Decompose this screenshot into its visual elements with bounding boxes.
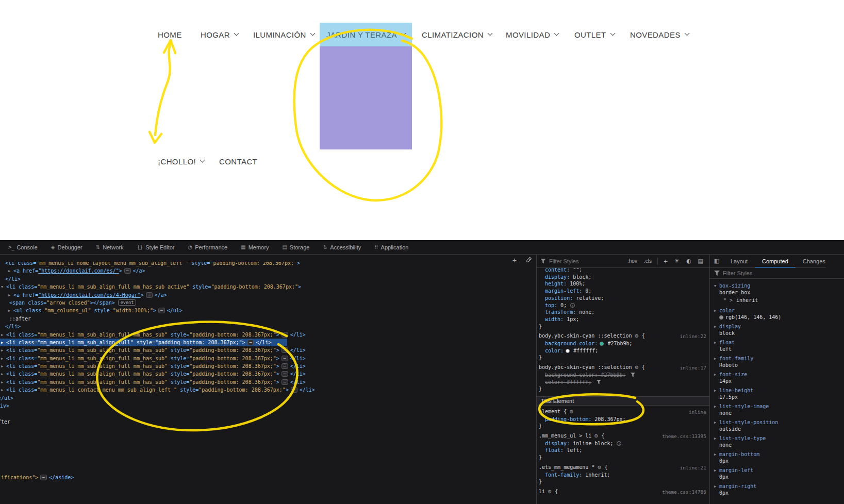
markup-line[interactable]: </li> bbox=[0, 323, 536, 330]
color-swatch[interactable] bbox=[719, 315, 723, 320]
sidebar-toggle-icon[interactable]: ◧ bbox=[710, 258, 723, 264]
css-rule-line[interactable]: display: block; bbox=[537, 274, 709, 281]
css-rule-line[interactable]: float: left; bbox=[537, 447, 709, 454]
twisty-icon[interactable] bbox=[1, 347, 6, 355]
sidebar-tab[interactable]: Computed bbox=[755, 255, 796, 268]
markup-line[interactable]: <li class="mm_menus_li mm_sub_align_full… bbox=[0, 283, 536, 291]
computed-property[interactable]: list-style-imagenone bbox=[714, 403, 844, 416]
css-rule-line[interactable]: height: 100%; bbox=[537, 280, 709, 288]
computed-property[interactable]: margin-right0px bbox=[714, 483, 844, 496]
markup-line[interactable]: <a href="https://donclaif.com/es/4-Hogar… bbox=[0, 291, 536, 299]
console-icon[interactable]: >_Console bbox=[1, 240, 44, 254]
computed-property[interactable]: box-sizingborder-box* >inherit bbox=[714, 282, 844, 305]
twisty-icon[interactable] bbox=[714, 372, 719, 378]
rule-source-link[interactable]: theme.css:14786 bbox=[662, 489, 706, 496]
markup-line[interactable]: <a href="https://donclaif.com/es/">⋯</a> bbox=[0, 267, 536, 275]
twisty-icon[interactable] bbox=[714, 356, 719, 362]
markup-line[interactable]: <li class="mm_menus_li mm_sub_align_full… bbox=[0, 370, 536, 378]
css-rule-line[interactable]: color: #ffffff; bbox=[537, 379, 709, 386]
css-rule-line[interactable]: element {inline bbox=[537, 408, 709, 416]
css-rule-line[interactable]: background-color: #27bb9b; bbox=[537, 372, 709, 379]
twisty-icon[interactable] bbox=[714, 419, 719, 426]
markup-line[interactable]: </li> bbox=[0, 275, 536, 283]
twisty-icon[interactable] bbox=[1, 371, 6, 378]
markup-line[interactable]: <li class="mm_menus_li mm_sub_align_full… bbox=[0, 346, 536, 354]
markup-line[interactable]: <li class="mm_menus_li home_layout_menu … bbox=[0, 262, 536, 267]
markup-line[interactable]: <li class="mm_menus_li mm_sub_align_full… bbox=[0, 362, 536, 370]
markup-line[interactable] bbox=[0, 465, 536, 473]
markup-line[interactable] bbox=[0, 442, 536, 449]
css-rule-line[interactable]: background-color: #27bb9b; bbox=[537, 340, 709, 347]
style-editor-icon[interactable]: {}Style Editor bbox=[130, 240, 181, 254]
css-rule-line[interactable]: width: 1px; bbox=[537, 316, 709, 323]
computed-property[interactable]: font-familyRoboto bbox=[714, 355, 844, 368]
twisty-icon[interactable] bbox=[714, 404, 719, 410]
dark-mode-sim-icon[interactable]: ◐ bbox=[684, 257, 694, 265]
markup-line[interactable]: <ul class="mm_columns_ul" style="width:1… bbox=[0, 307, 536, 314]
twisty-icon[interactable] bbox=[1, 363, 6, 371]
twisty-icon[interactable] bbox=[1, 387, 6, 394]
css-rule-line[interactable]: position: relative; bbox=[537, 295, 709, 302]
nav-item-chollo[interactable]: ¡CHOLLO! bbox=[158, 149, 204, 173]
computed-property[interactable]: line-height17.5px bbox=[714, 387, 844, 400]
css-rule-line[interactable]: .ets_mm_megamenu * {inline:21 bbox=[537, 464, 709, 472]
css-rule-line[interactable]: } bbox=[537, 478, 709, 485]
toggle-pseudo-classes-button[interactable]: :hov bbox=[625, 257, 640, 265]
rule-source-link[interactable]: inline:17 bbox=[680, 364, 706, 372]
computed-property[interactable]: font-size14px bbox=[714, 371, 844, 384]
eyedropper-icon[interactable] bbox=[525, 257, 532, 264]
markup-line[interactable]: ::after bbox=[0, 315, 536, 323]
twisty-icon[interactable] bbox=[714, 467, 719, 474]
computed-filter-input[interactable]: Filter Styles bbox=[710, 268, 844, 279]
markup-line[interactable]: <li class="mm_menus_li mm_sub_align_full… bbox=[0, 331, 536, 339]
markup-line[interactable]: <li class="mm_menus_li mm_sub_align_full… bbox=[0, 339, 536, 346]
storage-icon[interactable]: ▤Storage bbox=[275, 240, 316, 254]
twisty-icon[interactable] bbox=[8, 292, 13, 299]
nav-item-contact[interactable]: CONTACT bbox=[219, 149, 257, 173]
debugger-icon[interactable]: ◈Debugger bbox=[44, 240, 89, 254]
rule-source-link[interactable]: inline:21 bbox=[680, 464, 706, 472]
rule-source-link[interactable]: inline bbox=[689, 409, 706, 416]
network-icon[interactable]: ⇅Network bbox=[89, 240, 130, 254]
markup-line[interactable]: <li class="mm_menus_li contact_menu mm_s… bbox=[0, 386, 536, 394]
css-rule-line[interactable]: display: inline-block; bbox=[537, 440, 709, 447]
computed-property[interactable]: floatleft bbox=[714, 339, 844, 352]
rule-source-link[interactable]: inline:22 bbox=[680, 333, 706, 340]
twisty-icon[interactable] bbox=[714, 451, 719, 458]
css-rule-line[interactable]: transform: none; bbox=[537, 309, 709, 316]
twisty-icon[interactable] bbox=[714, 388, 719, 394]
accessibility-icon[interactable]: ♿Accessibility bbox=[316, 240, 368, 254]
css-rule-line[interactable]: font-family: inherit; bbox=[537, 472, 709, 479]
twisty-icon[interactable] bbox=[8, 307, 13, 315]
twisty-icon[interactable] bbox=[714, 308, 719, 314]
print-sim-icon[interactable]: ▤ bbox=[696, 257, 706, 265]
filter-styles-input[interactable]: Filter Styles bbox=[540, 258, 623, 264]
computed-property[interactable]: displayblock bbox=[714, 323, 844, 337]
sidebar-tab[interactable]: Changes bbox=[796, 255, 826, 268]
markup-line[interactable]: </ul> bbox=[0, 394, 536, 402]
toggle-classes-button[interactable]: .cls bbox=[641, 257, 654, 265]
markup-line[interactable]: <li class="mm_menus_li mm_sub_align_full… bbox=[0, 355, 536, 362]
twisty-icon[interactable] bbox=[714, 283, 719, 290]
twisty-icon[interactable] bbox=[1, 355, 6, 363]
twisty-icon[interactable] bbox=[1, 283, 6, 291]
create-node-button[interactable]: + bbox=[512, 257, 517, 264]
markup-line[interactable]: ::after bbox=[0, 418, 536, 426]
css-rule-line[interactable]: color: #ffffff; bbox=[537, 347, 709, 355]
markup-line[interactable]: </div> bbox=[0, 402, 536, 410]
computed-property[interactable]: margin-left0px bbox=[714, 467, 844, 480]
twisty-icon[interactable] bbox=[714, 324, 719, 330]
light-mode-sim-icon[interactable]: ☀ bbox=[672, 257, 682, 265]
twisty-icon[interactable] bbox=[714, 340, 719, 346]
css-rule-line[interactable]: } bbox=[537, 423, 709, 430]
css-rule-line[interactable]: body.ybc-skin-cyan ::selection {inline:2… bbox=[537, 332, 709, 340]
memory-icon[interactable]: ▦Memory bbox=[234, 240, 275, 254]
css-rule-line[interactable]: } bbox=[537, 354, 709, 361]
markup-line[interactable] bbox=[0, 434, 536, 442]
twisty-icon[interactable] bbox=[8, 267, 13, 275]
computed-property[interactable]: list-style-typenone bbox=[714, 435, 844, 448]
rule-source-link[interactable]: theme.css:13395 bbox=[662, 433, 706, 440]
css-rule-line[interactable]: top: 0; bbox=[537, 302, 709, 309]
css-rule-line[interactable]: This Element bbox=[537, 396, 709, 406]
computed-property[interactable]: colorrgb(146, 146, 146) bbox=[714, 307, 844, 321]
